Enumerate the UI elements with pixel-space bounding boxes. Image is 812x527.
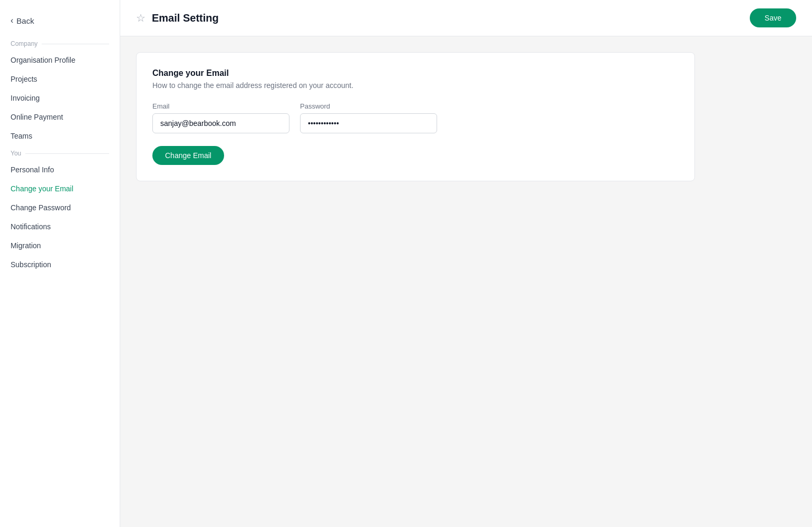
star-icon: ☆	[136, 12, 146, 24]
back-label: Back	[16, 16, 34, 25]
change-email-card: Change your Email How to change the emai…	[136, 52, 695, 181]
save-button[interactable]: Save	[750, 8, 796, 27]
content-area: Change your Email How to change the emai…	[120, 36, 812, 527]
sidebar-item-organisation-profile[interactable]: Organisation Profile	[0, 51, 120, 70]
sidebar-item-notifications[interactable]: Notifications	[0, 217, 120, 236]
sidebar-item-change-email[interactable]: Change your Email	[0, 179, 120, 198]
sidebar-item-change-password[interactable]: Change Password	[0, 198, 120, 217]
header-left: ☆ Email Setting	[136, 12, 219, 24]
password-group: Password	[300, 102, 437, 133]
email-label: Email	[152, 102, 289, 110]
sidebar-item-personal-info[interactable]: Personal Info	[0, 160, 120, 179]
header: ☆ Email Setting Save	[120, 0, 812, 36]
email-input[interactable]	[152, 113, 289, 133]
back-button[interactable]: ‹ Back	[0, 11, 120, 36]
change-email-button[interactable]: Change Email	[152, 146, 224, 165]
sidebar-item-subscription[interactable]: Subscription	[0, 255, 120, 274]
sidebar-item-online-payment[interactable]: Online Payment	[0, 108, 120, 126]
back-arrow-icon: ‹	[11, 16, 13, 25]
card-description: How to change the email address register…	[152, 81, 679, 90]
main-content: ☆ Email Setting Save Change your Email H…	[120, 0, 812, 527]
sidebar-item-migration[interactable]: Migration	[0, 236, 120, 255]
sidebar: ‹ Back Company Organisation Profile Proj…	[0, 0, 120, 527]
page-title: Email Setting	[152, 12, 219, 24]
password-label: Password	[300, 102, 437, 110]
you-section-label: You	[0, 145, 120, 160]
form-row: Email Password	[152, 102, 679, 133]
sidebar-item-teams[interactable]: Teams	[0, 126, 120, 145]
company-section-label: Company	[0, 36, 120, 51]
email-group: Email	[152, 102, 289, 133]
sidebar-item-invoicing[interactable]: Invoicing	[0, 89, 120, 108]
card-title: Change your Email	[152, 69, 679, 78]
password-input[interactable]	[300, 113, 437, 133]
sidebar-item-projects[interactable]: Projects	[0, 70, 120, 89]
